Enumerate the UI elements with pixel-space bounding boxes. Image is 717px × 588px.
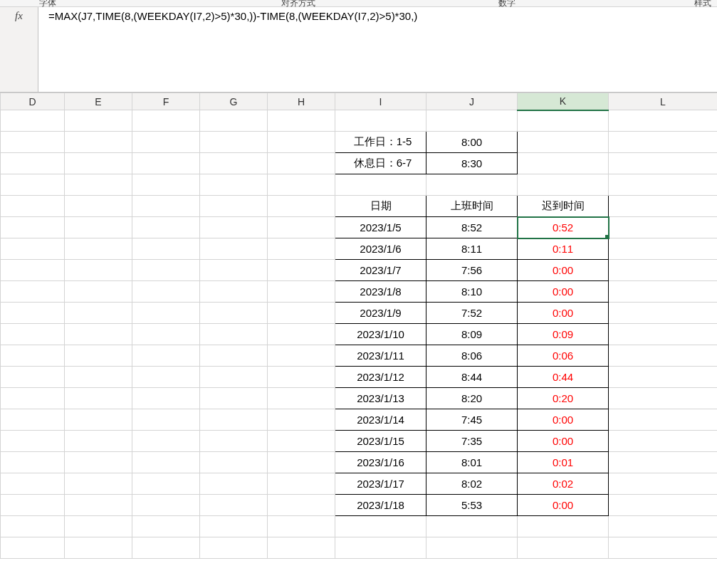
table-header-time[interactable]: 上班时间 [426,196,518,217]
cell-time[interactable]: 7:45 [426,409,518,431]
ribbon-group-font: 字体 [39,0,56,9]
ribbon-group-number: 数字 [498,0,515,9]
cell-date[interactable]: 2023/1/5 [335,217,426,238]
cell-late[interactable]: 0:02 [518,473,609,495]
table-row: 2023/1/9 7:52 0:00 [1,303,718,324]
cell-late[interactable]: 0:00 [518,303,609,324]
col-D[interactable]: D [1,93,65,110]
cell-time[interactable]: 5:53 [426,495,518,516]
col-J[interactable]: J [426,93,518,110]
table-row: 2023/1/11 8:06 0:06 [1,345,718,367]
col-E[interactable]: E [65,93,132,110]
rule-1-label[interactable]: 工作日：1-5 [335,132,426,153]
table-row: 2023/1/7 7:56 0:00 [1,260,718,281]
cell-time[interactable]: 8:09 [426,324,518,345]
cell-date[interactable]: 2023/1/7 [335,260,426,281]
table-row: 2023/1/15 7:35 0:00 [1,431,718,452]
ribbon-group-align: 对齐方式 [281,0,315,9]
cell-time[interactable]: 8:10 [426,281,518,303]
ribbon-group-style: 样式 [694,0,711,9]
cell-time[interactable]: 7:52 [426,303,518,324]
table-header-late[interactable]: 迟到时间 [518,196,609,217]
cell-late[interactable]: 0:11 [518,238,609,260]
cell-date[interactable]: 2023/1/14 [335,409,426,431]
cell-time[interactable]: 8:01 [426,452,518,473]
table-row: 2023/1/6 8:11 0:11 [1,238,718,260]
cell-time[interactable]: 8:11 [426,238,518,260]
col-F[interactable]: F [132,93,200,110]
cell-late[interactable]: 0:44 [518,367,609,388]
table-row: 2023/1/8 8:10 0:00 [1,281,718,303]
ribbon-partial: 字体 对齐方式 数字 样式 [0,0,717,7]
formula-input[interactable]: =MAX(J7,TIME(8,(WEEKDAY(I7,2)>5)*30,))-T… [38,7,717,92]
cell-date[interactable]: 2023/1/15 [335,431,426,452]
rule-2-label[interactable]: 休息日：6-7 [335,153,426,174]
table-row: 2023/1/5 8:52 0:52 [1,217,718,238]
cell-time[interactable]: 8:20 [426,388,518,409]
cell-late[interactable]: 0:00 [518,281,609,303]
col-I[interactable]: I [335,93,426,110]
cell-date[interactable]: 2023/1/8 [335,281,426,303]
cell-time[interactable]: 7:56 [426,260,518,281]
cell-time[interactable]: 8:06 [426,345,518,367]
col-K[interactable]: K [518,93,609,110]
fx-icon[interactable]: fx [0,7,38,92]
cell-late[interactable]: 0:00 [518,495,609,516]
table-row: 2023/1/16 8:01 0:01 [1,452,718,473]
formula-bar: fx =MAX(J7,TIME(8,(WEEKDAY(I7,2)>5)*30,)… [0,7,717,93]
spreadsheet-grid[interactable]: D E F G H I J K L 工作日：1-5 8:00 休息日：6-7 8… [0,93,717,559]
table-row: 2023/1/14 7:45 0:00 [1,409,718,431]
cell-date[interactable]: 2023/1/13 [335,388,426,409]
cell-late[interactable]: 0:20 [518,388,609,409]
col-L[interactable]: L [609,93,718,110]
cell-late[interactable]: 0:00 [518,431,609,452]
cell-late[interactable]: 0:01 [518,452,609,473]
cell-late[interactable]: 0:09 [518,324,609,345]
cell-date[interactable]: 2023/1/17 [335,473,426,495]
column-headers: D E F G H I J K L [1,93,718,110]
cell-date[interactable]: 2023/1/6 [335,238,426,260]
cell-time[interactable]: 7:35 [426,431,518,452]
cell-late[interactable]: 0:00 [518,260,609,281]
col-G[interactable]: G [200,93,268,110]
cell-date[interactable]: 2023/1/11 [335,345,426,367]
table-header-date[interactable]: 日期 [335,196,426,217]
cell-date[interactable]: 2023/1/16 [335,452,426,473]
cell-time[interactable]: 8:44 [426,367,518,388]
table-row: 2023/1/18 5:53 0:00 [1,495,718,516]
cell-date[interactable]: 2023/1/10 [335,324,426,345]
cell-time[interactable]: 8:02 [426,473,518,495]
cell-late-selected[interactable]: 0:52 [518,217,609,238]
cell-late[interactable]: 0:00 [518,409,609,431]
cell-late[interactable]: 0:06 [518,345,609,367]
table-row: 2023/1/13 8:20 0:20 [1,388,718,409]
cell-date[interactable]: 2023/1/12 [335,367,426,388]
col-H[interactable]: H [268,93,335,110]
table-row: 2023/1/17 8:02 0:02 [1,473,718,495]
table-row: 2023/1/12 8:44 0:44 [1,367,718,388]
cell-date[interactable]: 2023/1/18 [335,495,426,516]
cell-date[interactable]: 2023/1/9 [335,303,426,324]
table-row: 2023/1/10 8:09 0:09 [1,324,718,345]
rule-1-time[interactable]: 8:00 [426,132,518,153]
cell-time[interactable]: 8:52 [426,217,518,238]
rule-2-time[interactable]: 8:30 [426,153,518,174]
